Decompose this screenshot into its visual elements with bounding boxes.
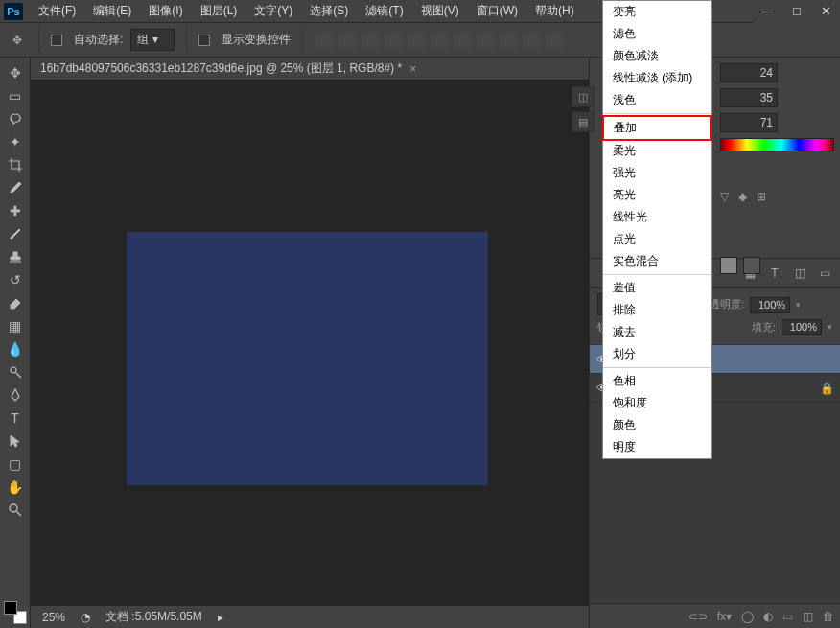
opacity-value[interactable]: 100% xyxy=(750,297,790,313)
blend-mode-item[interactable]: 减去 xyxy=(603,321,711,343)
zoom-tool[interactable] xyxy=(2,500,29,521)
dodge-tool[interactable] xyxy=(2,361,29,383)
menu-file[interactable]: 文件(F) xyxy=(31,0,83,22)
color-picker[interactable] xyxy=(4,601,27,624)
crop-tool[interactable] xyxy=(2,154,29,175)
menu-layer[interactable]: 图层(L) xyxy=(193,0,245,22)
blend-mode-item[interactable]: 颜色 xyxy=(603,414,711,436)
svg-point-0 xyxy=(11,367,16,373)
prop-field-2[interactable] xyxy=(720,88,778,107)
document-tab[interactable]: 16b7db48097506c36331eb1287c39d6e.jpg @ 2… xyxy=(31,58,589,81)
swatch[interactable] xyxy=(743,257,760,274)
healing-tool[interactable]: ✚ xyxy=(2,200,29,221)
shape-icon[interactable]: ⊞ xyxy=(757,190,766,203)
distribute-icon[interactable] xyxy=(522,32,541,49)
blend-mode-item[interactable]: 色相 xyxy=(603,370,711,392)
history-brush-tool[interactable]: ↺ xyxy=(2,269,29,291)
lasso-tool[interactable] xyxy=(2,108,29,129)
distribute-icon[interactable] xyxy=(476,32,495,49)
gradient-tool[interactable]: ▦ xyxy=(2,315,29,337)
align-icon[interactable] xyxy=(407,32,426,49)
type-tool[interactable]: T xyxy=(2,407,29,429)
move-tool-icon: ✥ xyxy=(8,31,27,50)
align-icon[interactable] xyxy=(384,32,403,49)
distribute-icon[interactable] xyxy=(499,32,518,49)
group-icon[interactable]: ▭ xyxy=(782,610,793,623)
align-icon[interactable] xyxy=(315,32,334,49)
blend-mode-item[interactable]: 浅色 xyxy=(603,89,711,111)
auto-select-target[interactable]: 组 ▾ xyxy=(130,29,174,51)
auto-select-checkbox[interactable] xyxy=(51,35,62,46)
blend-mode-item[interactable]: 颜色减淡 xyxy=(603,45,711,67)
adjustment-icon[interactable]: ◐ xyxy=(763,610,773,623)
hand-tool[interactable]: ✋ xyxy=(2,477,29,498)
magic-wand-tool[interactable]: ✦ xyxy=(2,131,29,152)
blend-mode-item[interactable]: 滤色 xyxy=(603,23,711,45)
close-tab-icon[interactable]: × xyxy=(409,62,416,76)
hue-strip[interactable] xyxy=(720,138,834,151)
menu-image[interactable]: 图像(I) xyxy=(141,0,190,22)
doc-info[interactable]: 文档 :5.05M/5.05M xyxy=(105,609,202,625)
stamp-tool[interactable] xyxy=(2,246,29,267)
trash-icon[interactable]: 🗑 xyxy=(823,610,834,623)
blend-mode-item[interactable]: 亮光 xyxy=(603,184,711,206)
blend-mode-item[interactable]: 实色混合 xyxy=(603,250,711,272)
swatch[interactable] xyxy=(720,257,737,274)
minimize-button[interactable]: ― xyxy=(754,0,782,21)
mask-icon[interactable]: ◯ xyxy=(741,610,754,623)
status-arrow-icon[interactable]: ▸ xyxy=(218,611,223,624)
menu-edit[interactable]: 编辑(E) xyxy=(85,0,139,22)
distribute-icon[interactable] xyxy=(453,32,472,49)
chevron-down-icon[interactable]: ▾ xyxy=(828,322,832,332)
blend-mode-item[interactable]: 变亮 xyxy=(603,1,711,23)
foreground-color[interactable] xyxy=(4,601,17,615)
blend-mode-item-overlay[interactable]: 叠加 xyxy=(602,115,712,141)
blend-mode-item[interactable]: 排除 xyxy=(603,299,711,321)
link-icon[interactable]: ⊂⊃ xyxy=(688,610,708,623)
eyedropper-tool[interactable] xyxy=(2,177,29,198)
menu-select[interactable]: 选择(S) xyxy=(302,0,356,22)
move-tool[interactable]: ✥ xyxy=(2,62,29,83)
blend-mode-item[interactable]: 划分 xyxy=(603,343,711,365)
blend-mode-item[interactable]: 差值 xyxy=(603,277,711,299)
menu-type[interactable]: 文字(Y) xyxy=(246,0,300,22)
new-layer-icon[interactable]: ◫ xyxy=(803,610,813,623)
align-icons xyxy=(315,32,564,49)
blend-mode-item[interactable]: 强光 xyxy=(603,162,711,184)
blend-mode-item[interactable]: 明度 xyxy=(603,436,711,458)
menu-window[interactable]: 窗口(W) xyxy=(469,0,525,22)
blend-mode-item[interactable]: 点光 xyxy=(603,228,711,250)
show-transform-checkbox[interactable] xyxy=(198,35,210,46)
blend-mode-item[interactable]: 饱和度 xyxy=(603,392,711,414)
shape-icon[interactable]: ◆ xyxy=(738,190,747,203)
eraser-tool[interactable] xyxy=(2,292,29,314)
align-icon[interactable] xyxy=(430,32,449,49)
menu-help[interactable]: 帮助(H) xyxy=(527,0,582,22)
blend-mode-item[interactable]: 柔光 xyxy=(603,140,711,162)
shape-tool[interactable]: ▢ xyxy=(2,454,29,475)
path-select-tool[interactable] xyxy=(2,430,29,452)
pen-tool[interactable] xyxy=(2,384,29,406)
blend-mode-item[interactable]: 线性减淡 (添加) xyxy=(603,67,711,89)
blend-mode-item[interactable]: 线性光 xyxy=(603,206,711,228)
close-button[interactable]: ✕ xyxy=(811,0,840,21)
prop-field-3[interactable] xyxy=(720,113,778,132)
align-icon[interactable] xyxy=(338,32,357,49)
blur-tool[interactable]: 💧 xyxy=(2,338,29,360)
options-bar: ✥ 自动选择: 组 ▾ 显示变换控件 xyxy=(0,23,840,58)
canvas[interactable] xyxy=(127,232,488,485)
canvas-area[interactable] xyxy=(31,81,589,605)
distribute-icon[interactable] xyxy=(545,32,564,49)
align-icon[interactable] xyxy=(361,32,380,49)
menu-view[interactable]: 视图(V) xyxy=(413,0,467,22)
fx-icon[interactable]: fx▾ xyxy=(717,610,732,623)
maximize-button[interactable]: □ xyxy=(782,0,811,21)
marquee-tool[interactable]: ▭ xyxy=(2,85,29,106)
chevron-down-icon[interactable]: ▾ xyxy=(796,300,801,310)
prop-field-1[interactable] xyxy=(720,63,778,82)
brush-tool[interactable] xyxy=(2,223,29,244)
shape-icon[interactable]: ▽ xyxy=(720,190,729,203)
menu-filter[interactable]: 滤镜(T) xyxy=(358,0,410,22)
fill-value[interactable]: 100% xyxy=(782,319,822,335)
zoom-level[interactable]: 25% xyxy=(42,611,65,624)
